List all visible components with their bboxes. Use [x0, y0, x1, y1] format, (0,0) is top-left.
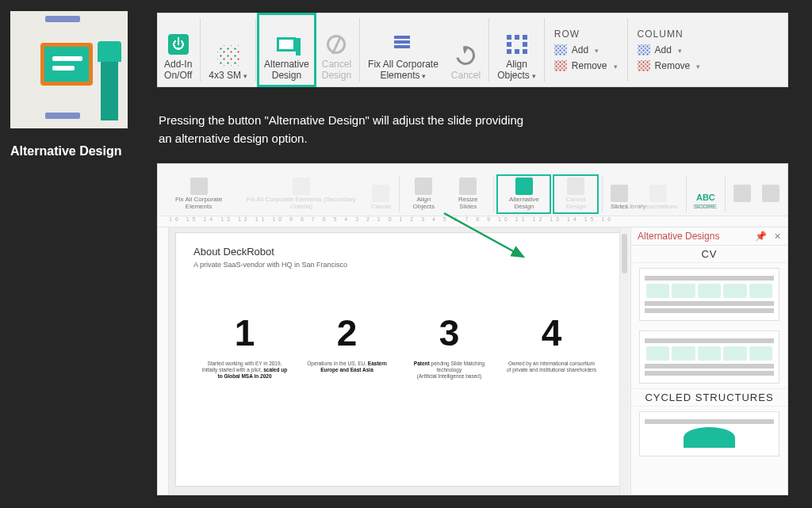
mini-abc-button[interactable]: ABC SCORE SCORE [691, 191, 720, 212]
row-remove-button[interactable]: Remove [554, 60, 618, 71]
row-heading: ROW [554, 29, 580, 40]
description-line1: Pressing the button "Alternative Design"… [159, 111, 780, 129]
fix-corporate-elements-button[interactable]: Fix All Corporate Elements [362, 13, 445, 86]
separator [255, 18, 256, 82]
cancel-fix-label: Cancel [451, 71, 481, 82]
cancel-design-button[interactable]: Cancel Design [316, 13, 358, 86]
feature-card: Alternative Design [10, 11, 131, 160]
mini-fixall-secondary-button: Fix All Corporate Elements (Secondary Cr… [239, 176, 363, 212]
chevron-down-icon [676, 44, 682, 55]
slide-col-1: 1 Started working with EY in 2019, initi… [200, 311, 290, 380]
column-heading: COLUMN [638, 29, 684, 40]
addin-toggle-label: Add-In On/Off [164, 59, 192, 82]
mini-resize-button[interactable]: Resize Slides [448, 176, 488, 212]
col-text: Started working with EY in 2019, initial… [200, 361, 290, 380]
slide-columns: 1 Started working with EY in 2019, initi… [193, 311, 603, 380]
mini-abc-label: ABC [696, 193, 715, 202]
mini-icon [415, 178, 432, 195]
dot-grid-icon [638, 44, 650, 55]
col-text: Patent pending Slide Matching technology… [404, 361, 495, 380]
alternative-designs-panel: Alternative Designs 📌 ✕ CV CYCLED STRUCT… [630, 227, 787, 495]
separator [602, 176, 603, 212]
mini-icon [459, 178, 477, 195]
alternative-design-icon [277, 37, 296, 52]
powerpoint-screenshot: Fix All Corporate Elements Fix All Corpo… [157, 163, 788, 495]
separator [544, 18, 545, 82]
cancel-fix-button[interactable]: Cancel [445, 13, 487, 86]
alternative-design-button[interactable]: Alternative Design [258, 13, 316, 86]
separator [488, 18, 489, 82]
col-number: 3 [404, 311, 495, 354]
pin-icon[interactable]: 📌 [755, 231, 767, 242]
chevron-down-icon [593, 44, 599, 55]
mini-icon [733, 185, 751, 202]
align-objects-button[interactable]: Align Objects [491, 13, 542, 86]
separator [627, 18, 628, 82]
column-add-label: Add [655, 44, 672, 55]
horizontal-ruler: 16 15 14 13 12 11 10 9 8 7 6 5 4 3 2 1 0… [158, 216, 787, 227]
separator [725, 176, 726, 212]
separator [399, 176, 400, 212]
4x3-sm-button[interactable]: 4x3 SM [202, 13, 254, 86]
align-grid-icon [507, 35, 527, 54]
mini-section-score: SCORE [693, 204, 715, 211]
chevron-down-icon [612, 60, 618, 71]
mini-resize-label: Resize Slides [451, 197, 485, 211]
feature-thumbnail [10, 11, 128, 128]
slide-subtitle: A private SaaS-vendor with HQ in San Fra… [193, 261, 603, 269]
col-text: Owned by an international consortium of … [507, 361, 597, 373]
cancel-icon [327, 35, 346, 54]
mini-align-button[interactable]: Align Objects [404, 176, 443, 212]
separator [493, 176, 494, 212]
design-thumb-3[interactable] [639, 411, 779, 456]
design-thumb-1[interactable] [639, 268, 779, 321]
mini-section-library: Library [626, 204, 645, 211]
row-controls: ROW Add Remove [546, 13, 626, 86]
cancel-design-label: Cancel Design [322, 59, 351, 82]
mini-cancel-design-label: Cancel Design [557, 197, 594, 211]
mini-misc-1[interactable] [730, 183, 754, 212]
dot-grid-icon [638, 60, 650, 71]
mini-alternative-design-label: Alternative Design [501, 197, 546, 211]
mini-fixall-button[interactable]: Fix All Corporate Elements [163, 176, 235, 212]
separator [686, 176, 687, 212]
mini-slides-label: Slides [611, 204, 628, 211]
dot-grid-icon [554, 44, 567, 55]
slide-col-3: 3 Patent pending Slide Matching technolo… [404, 311, 495, 380]
row-add-button[interactable]: Add [554, 44, 599, 55]
mini-cancel-1-label: Cancel [371, 204, 391, 211]
slide-canvas[interactable]: About DeckRobot A private SaaS-vendor wi… [175, 232, 621, 487]
column-remove-button[interactable]: Remove [638, 60, 701, 71]
ribbon-toolbar: ⏻ Add-In On/Off 4x3 SM Alternative Desig… [157, 13, 788, 87]
scrollbar-thumb[interactable] [622, 234, 627, 273]
column-controls: COLUMN Add Remove [630, 13, 709, 86]
row-remove-label: Remove [572, 60, 607, 71]
alternative-design-label: Alternative Design [264, 59, 309, 82]
align-objects-label: Align Objects [497, 59, 536, 82]
mini-fixall-secondary-label: Fix All Corporate Elements (Secondary Cr… [243, 197, 360, 211]
mini-ribbon: Fix All Corporate Elements Fix All Corpo… [158, 164, 787, 216]
design-thumb-2[interactable] [639, 330, 779, 384]
mini-alternative-design-button[interactable]: Alternative Design [498, 176, 550, 212]
column-add-button[interactable]: Add [638, 44, 682, 55]
mini-fixall-label: Fix All Corporate Elements [166, 197, 232, 211]
grid-dots-icon [217, 45, 239, 66]
list-lines-icon [392, 36, 414, 53]
4x3-sm-label: 4x3 SM [209, 71, 247, 82]
mini-cancel-design-button[interactable]: Cancel Design [554, 176, 597, 212]
undo-icon [453, 43, 479, 69]
mini-icon [372, 185, 389, 202]
description-text: Pressing the button "Alternative Design"… [159, 111, 780, 148]
mini-icon [567, 178, 584, 195]
vertical-scrollbar[interactable] [619, 227, 629, 495]
col-number: 1 [200, 311, 290, 354]
slide-col-2: 2 Operations in the US, EU, Eastern Euro… [302, 311, 393, 380]
col-number: 2 [302, 311, 393, 354]
slide-col-4: 4 Owned by an international consortium o… [507, 311, 597, 380]
slide-workspace: About DeckRobot A private SaaS-vendor wi… [158, 227, 629, 495]
mini-misc-2[interactable] [759, 183, 783, 212]
mini-icon [293, 178, 310, 195]
addin-toggle-button[interactable]: ⏻ Add-In On/Off [158, 13, 198, 86]
close-icon[interactable]: ✕ [774, 231, 781, 241]
chevron-down-icon [695, 60, 700, 71]
